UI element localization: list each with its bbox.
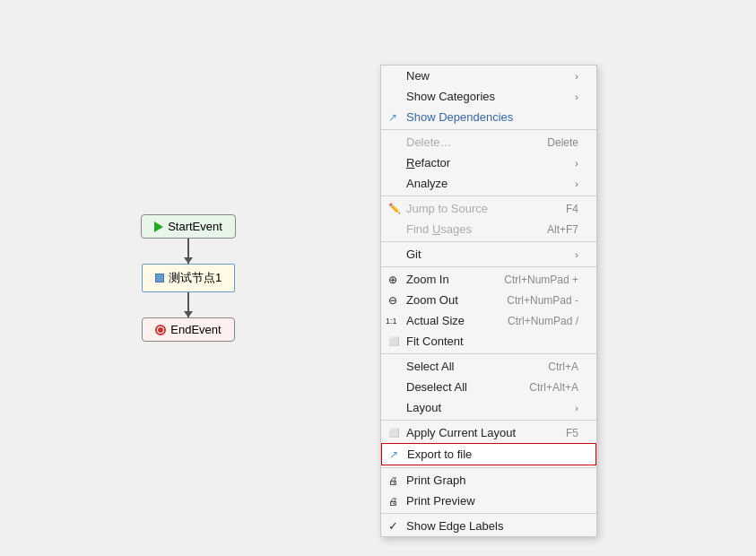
menu-item-show-dependencies[interactable]: ↗ Show Dependencies [381,107,596,127]
shortcut-apply-current-layout: F5 [566,427,578,439]
menu-label-jump-to-source: Jump to Source [406,202,488,215]
menu-item-actual-size[interactable]: 1:1 Actual Size Ctrl+NumPad / [381,310,596,331]
menu-item-apply-current-layout[interactable]: ⬜ Apply Current Layout F5 [381,422,596,443]
menu-item-refactor[interactable]: Refactor › [381,152,596,173]
node-container: StartEvent 测试节点1 EndEvent [141,214,236,342]
arrow-right-show-categories: › [575,91,578,102]
menu-item-show-categories[interactable]: Show Categories › [381,86,596,107]
node-task[interactable]: 测试节点1 [142,264,235,292]
fit-content-icon: ⬜ [388,336,399,346]
shortcut-actual-size: Ctrl+NumPad / [508,315,578,327]
context-menu: New › Show Categories › ↗ Show Dependenc… [380,65,597,537]
end-event-label: EndEvent [170,323,221,336]
node-end[interactable]: EndEvent [142,317,234,342]
check-icon: ✓ [388,519,398,533]
play-icon [154,222,163,232]
menu-label-fit-content: Fit Content [406,334,464,348]
print-preview-icon: 🖨 [388,496,398,507]
start-event-label: StartEvent [168,220,222,233]
menu-label-show-dependencies: Show Dependencies [406,110,513,124]
menu-label-print-preview: Print Preview [406,494,475,508]
task-label: 测试节点1 [169,270,222,286]
arrow-right-refactor: › [575,158,578,169]
menu-item-print-preview[interactable]: 🖨 Print Preview [381,491,596,511]
shortcut-select-all: Ctrl+A [548,361,578,373]
menu-label-git: Git [406,248,421,261]
menu-label-new: New [406,69,430,83]
link-icon: ↗ [388,111,397,124]
menu-label-find-usages: Find Usages [406,222,472,236]
menu-label-show-edge-labels: Show Edge Labels [406,519,503,533]
jump-icon: ✏️ [388,203,401,214]
shortcut-find-usages: Alt+F7 [547,223,578,236]
menu-item-git[interactable]: Git › [381,244,596,265]
menu-label-export-to-file: Export to file [407,447,472,461]
menu-label-zoom-out: Zoom Out [406,293,458,307]
separator-4 [381,266,596,267]
actual-size-icon: 1:1 [386,317,397,326]
end-icon [155,325,166,335]
separator-1 [381,129,596,130]
node-start[interactable]: StartEvent [141,214,236,239]
apply-layout-icon: ⬜ [388,428,399,438]
menu-label-deselect-all: Deselect All [406,380,467,394]
separator-3 [381,241,596,242]
menu-item-fit-content[interactable]: ⬜ Fit Content [381,331,596,352]
arrow-right-analyze: › [575,178,578,189]
menu-item-new[interactable]: New › [381,65,596,86]
menu-label-zoom-in: Zoom In [406,273,449,286]
zoom-in-icon: ⊕ [388,274,397,286]
arrow-1 [187,239,189,264]
menu-item-deselect-all[interactable]: Deselect All Ctrl+Alt+A [381,377,596,397]
separator-5 [381,353,596,354]
menu-label-refactor: Refactor [406,156,450,169]
menu-label-analyze: Analyze [406,177,448,190]
separator-7 [381,467,596,468]
arrow-2 [187,292,189,317]
menu-item-zoom-out[interactable]: ⊖ Zoom Out Ctrl+NumPad - [381,290,596,310]
task-icon [155,274,164,282]
menu-item-zoom-in[interactable]: ⊕ Zoom In Ctrl+NumPad + [381,269,596,290]
menu-label-delete: Delete… [406,135,452,149]
menu-item-export-to-file[interactable]: ↗ Export to file [381,443,596,465]
menu-item-delete[interactable]: Delete… Delete [381,132,596,152]
arrow-right-new: › [575,71,578,82]
menu-item-show-edge-labels[interactable]: ✓ Show Edge Labels [381,516,596,536]
shortcut-deselect-all: Ctrl+Alt+A [529,381,578,394]
diagram-area: StartEvent 测试节点1 EndEvent [0,0,377,556]
zoom-out-icon: ⊖ [388,294,397,307]
shortcut-zoom-in: Ctrl+NumPad + [504,274,578,286]
shortcut-delete: Delete [547,136,578,149]
separator-6 [381,420,596,421]
separator-8 [381,513,596,514]
shortcut-zoom-out: Ctrl+NumPad - [507,294,578,307]
menu-label-layout: Layout [406,401,441,414]
menu-item-analyze[interactable]: Analyze › [381,173,596,194]
menu-item-layout[interactable]: Layout › [381,397,596,418]
arrow-right-layout: › [575,403,578,413]
menu-item-print-graph[interactable]: 🖨 Print Graph [381,470,596,491]
export-icon: ↗ [389,448,398,461]
menu-label-actual-size: Actual Size [406,314,465,327]
menu-label-show-categories: Show Categories [406,90,495,103]
menu-label-select-all: Select All [406,360,454,373]
menu-item-jump-to-source[interactable]: ✏️ Jump to Source F4 [381,198,596,219]
print-graph-icon: 🖨 [388,475,398,486]
menu-item-select-all[interactable]: Select All Ctrl+A [381,356,596,377]
arrow-right-git: › [575,249,578,260]
menu-label-apply-current-layout: Apply Current Layout [406,426,516,439]
separator-2 [381,195,596,196]
menu-label-print-graph: Print Graph [406,473,465,487]
menu-item-find-usages[interactable]: Find Usages Alt+F7 [381,219,596,239]
shortcut-jump-to-source: F4 [566,203,578,215]
